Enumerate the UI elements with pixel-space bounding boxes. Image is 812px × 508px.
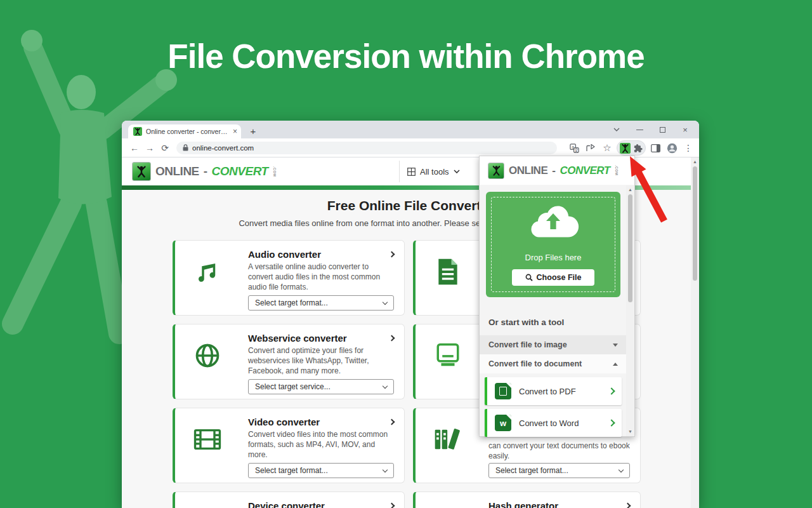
globe-icon xyxy=(187,335,228,377)
choose-file-button[interactable]: Choose File xyxy=(512,269,594,286)
accordion-convert-to-image[interactable]: Convert file to image xyxy=(480,335,627,354)
extensions-puzzle-icon[interactable] xyxy=(633,144,643,153)
select-placeholder: Select target format... xyxy=(255,466,383,475)
svg-text:文: 文 xyxy=(574,147,579,152)
or-start-heading: Or start with a tool xyxy=(488,318,564,327)
browser-menu-dots-icon[interactable]: ⋮ xyxy=(681,141,695,155)
drop-files-label: Drop Files here xyxy=(486,253,620,262)
all-tools-menu[interactable]: All tools xyxy=(407,157,460,185)
books-icon xyxy=(427,418,469,460)
chevron-right-icon xyxy=(625,503,631,508)
drop-files-zone[interactable]: Drop Files here Choose File xyxy=(486,192,620,297)
convert-to-word-item[interactable]: w Convert to Word xyxy=(485,409,622,437)
site-favicon xyxy=(133,127,142,136)
card-title: Audio converter xyxy=(248,249,321,260)
back-icon[interactable]: ← xyxy=(127,143,142,153)
logo-text-convert: CONVERT xyxy=(212,164,268,178)
card-description: can convert your text documents to ebook… xyxy=(488,441,630,462)
webservice-target-select[interactable]: Select target service... xyxy=(248,379,394,394)
computer-icon xyxy=(427,335,469,377)
accordion-label: Convert file to image xyxy=(488,340,567,349)
logo-tld: .COM xyxy=(273,166,277,177)
address-url: online-convert.com xyxy=(192,144,254,152)
share-icon[interactable] xyxy=(584,141,598,155)
film-icon xyxy=(187,418,228,460)
online-convert-logo-icon xyxy=(488,163,504,179)
lock-icon xyxy=(183,144,188,151)
word-file-icon: w xyxy=(495,415,511,431)
chevron-right-icon xyxy=(389,419,395,425)
chevron-right-icon xyxy=(608,387,615,394)
accordion-convert-to-document[interactable]: Convert file to document xyxy=(480,354,627,373)
browser-tab[interactable]: Online converter - convert video, × xyxy=(128,124,241,138)
window-close-button[interactable]: × xyxy=(674,121,697,138)
page-scrollbar[interactable]: ▲ xyxy=(691,157,699,508)
choose-file-label: Choose File xyxy=(537,273,582,282)
bookmark-star-icon[interactable]: ☆ xyxy=(600,141,614,155)
pdf-file-icon xyxy=(495,383,511,399)
select-placeholder: Select target service... xyxy=(255,382,383,391)
video-target-format-select[interactable]: Select target format... xyxy=(248,463,394,478)
reload-icon[interactable]: ⟳ xyxy=(157,143,173,153)
accordion-label: Convert file to document xyxy=(488,359,582,368)
tool-item-label: Convert to PDF xyxy=(519,387,601,396)
cloud-upload-icon xyxy=(527,201,580,237)
site-logo[interactable]: ONLINE-CONVERT .COM xyxy=(132,162,277,181)
select-placeholder: Select target format... xyxy=(495,466,619,475)
chevron-right-icon xyxy=(608,419,615,426)
convert-to-pdf-item[interactable]: Convert to PDF xyxy=(485,377,622,405)
window-minimize-button[interactable] xyxy=(628,121,651,138)
select-placeholder: Select target format... xyxy=(255,298,383,307)
hash-generator-card[interactable]: # Hash generator xyxy=(413,491,641,508)
all-tools-label: All tools xyxy=(420,167,449,177)
card-title: Webservice converter xyxy=(248,333,347,344)
card-description: Convert video files into the most common… xyxy=(248,430,394,460)
window-menu-chevron-icon[interactable] xyxy=(605,121,628,138)
document-icon xyxy=(427,251,469,293)
tool-item-label: Convert to Word xyxy=(519,418,601,428)
new-tab-button[interactable]: + xyxy=(246,124,260,138)
audio-converter-card[interactable]: Audio converter A versatile online audio… xyxy=(173,240,405,316)
scrollbar-up-icon[interactable]: ▲ xyxy=(691,159,699,165)
webservice-converter-card[interactable]: Webservice converter Convert and optimiz… xyxy=(173,324,405,399)
tab-title: Online converter - convert video, xyxy=(146,128,229,135)
forward-icon[interactable]: → xyxy=(142,143,157,153)
card-title: Video converter xyxy=(248,417,320,427)
window-maximize-button[interactable] xyxy=(651,121,674,138)
tab-close-icon[interactable]: × xyxy=(233,128,237,135)
device-converter-card[interactable]: Device converter xyxy=(173,491,405,508)
caret-up-icon xyxy=(613,363,618,366)
card-description: Convert and optimize your files for webs… xyxy=(248,346,394,376)
chevron-right-icon xyxy=(389,503,395,508)
logo-text-online: ONLINE xyxy=(509,164,547,177)
ebook-target-format-select[interactable]: Select target format... xyxy=(488,463,630,478)
chevron-down-icon xyxy=(454,170,460,173)
search-icon xyxy=(525,274,533,281)
hero-title: File Conversion within Chrome xyxy=(0,37,812,76)
translate-icon[interactable]: a文 xyxy=(567,141,581,155)
hash-icon: # xyxy=(427,502,469,508)
red-annotation-arrow xyxy=(619,152,676,229)
card-title: Hash generator xyxy=(488,500,558,508)
logo-dash: - xyxy=(204,164,207,178)
popup-logo: ONLINE-CONVERT .COM xyxy=(488,163,619,179)
online-convert-extension-icon[interactable] xyxy=(620,143,631,154)
video-converter-card[interactable]: Video converter Convert video files into… xyxy=(173,408,405,483)
logo-dash: - xyxy=(552,164,555,177)
chevron-right-icon xyxy=(389,251,395,258)
audio-target-format-select[interactable]: Select target format... xyxy=(248,295,394,311)
card-title: Device converter xyxy=(248,500,325,508)
grid-icon xyxy=(407,168,416,176)
chevron-right-icon xyxy=(389,335,395,342)
online-convert-logo-icon xyxy=(132,162,151,181)
header-divider xyxy=(399,161,400,182)
address-bar[interactable]: online-convert.com xyxy=(176,142,557,154)
scrollbar-thumb[interactable] xyxy=(693,166,697,281)
logo-text-convert: CONVERT xyxy=(560,164,610,177)
browser-titlebar: Online converter - convert video, × + × xyxy=(122,121,699,138)
caret-down-icon xyxy=(613,344,618,347)
music-note-icon xyxy=(187,251,228,293)
scrollbar-down-icon[interactable]: ▼ xyxy=(626,429,634,435)
popup-header: ONLINE-CONVERT .COM xyxy=(480,156,634,185)
extension-popup: ONLINE-CONVERT .COM Drop Files here Choo… xyxy=(479,156,635,437)
